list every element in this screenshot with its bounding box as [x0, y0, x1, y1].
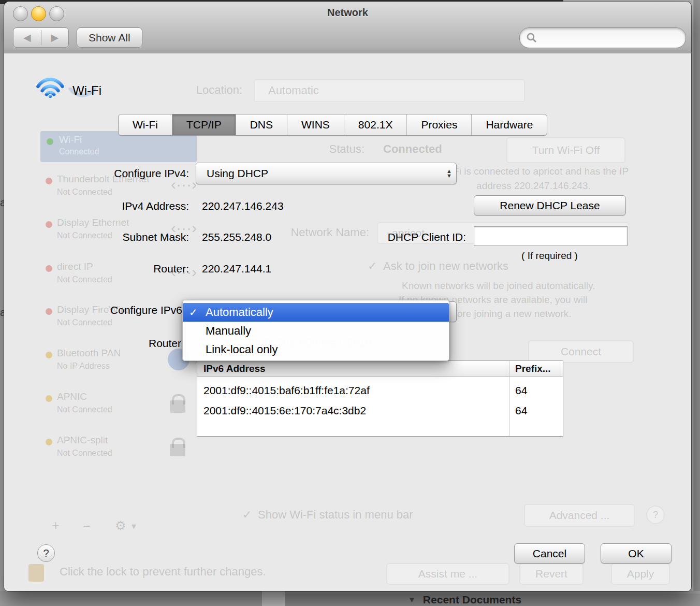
status-value: Connected [383, 142, 442, 156]
back-forward-control[interactable]: ◀ ▶ [13, 27, 69, 48]
ok-button[interactable]: OK [601, 543, 672, 564]
remove-interface-button: − [83, 518, 91, 535]
window-chrome: Network ◀ ▶ Show All [4, 2, 691, 53]
tab-dns[interactable]: DNS [236, 114, 287, 135]
background-window-sliver [262, 591, 285, 606]
show-all-button[interactable]: Show All [77, 27, 142, 48]
router-value: 220.247.144.1 [202, 263, 271, 275]
disclosure-triangle-icon: ▼ [408, 594, 416, 606]
gear-caret-icon: ▾ [132, 521, 136, 532]
location-popup: Automatic [254, 79, 525, 102]
ipv6-address-table: IPv6 Address Prefix... 2001:df9::4015:ba… [197, 360, 563, 437]
tab-wins[interactable]: WINS [287, 114, 344, 135]
recent-documents-bar: ▼ Recent Documents [285, 594, 700, 606]
configure-ipv4-label: Configure IPv4: [60, 167, 189, 180]
ipv4-address-label: IPv4 Address: [60, 200, 189, 212]
tab-proxies[interactable]: Proxies [407, 114, 472, 135]
sheet-content: Location: Automatic Wi-Fi Connected Thun… [4, 53, 691, 591]
sidebar-item-status: Not Connected [57, 449, 112, 458]
lock-icon [28, 564, 44, 582]
sidebar-item-status: Not Connected [57, 405, 112, 414]
stepper-icon: ▲▼ [446, 169, 452, 178]
window-title: Network [4, 7, 691, 19]
search-icon [526, 32, 537, 44]
sidebar-item-label: APNIC-split [57, 435, 108, 446]
sidebar-item-status: Connected [59, 147, 99, 156]
lock-icon [170, 400, 185, 413]
search-input[interactable] [519, 27, 686, 48]
help-button[interactable]: ? [37, 544, 55, 562]
location-value: Automatic [268, 84, 319, 97]
advanced-button: Advanced ... [524, 504, 635, 527]
sidebar-item-label: Display Ethernet [57, 217, 129, 228]
prefix-cell: 64 [515, 384, 527, 397]
tab-bar: Wi-Fi TCP/IP DNS WINS 802.1X Proxies Har… [118, 114, 547, 136]
screen: ▼ Recent Documents a a Network ◀ ▶ Show … [0, 0, 700, 606]
turn-wifi-off-button: Turn Wi-Fi Off [506, 137, 625, 163]
cancel-button[interactable]: Cancel [514, 543, 585, 564]
col-prefix[interactable]: Prefix... [515, 363, 551, 374]
tab-wifi[interactable]: Wi-Fi [119, 114, 172, 135]
gear-icon: ⚙ [115, 518, 126, 533]
configure-ipv6-menu: ✓ Automatically Manually Link-local only [182, 300, 449, 361]
table-row[interactable]: 2001:df9::4015:baf6:b1ff:fe1a:72af 64 [197, 381, 563, 400]
service-name-label: Wi-Fi [72, 83, 101, 98]
renew-dhcp-lease-button[interactable]: Renew DHCP Lease [474, 195, 626, 215]
sidebar-item-status: Not Connected [57, 275, 112, 284]
sidebar-item-wifi-selected: Wi-Fi Connected [40, 131, 197, 162]
prefix-cell: 64 [515, 405, 527, 417]
subnet-mask-label: Subnet Mask: [60, 231, 189, 243]
sidebar-item-label: Wi-Fi [59, 134, 82, 146]
col-ipv6-address[interactable]: IPv6 Address [203, 363, 266, 374]
forward-icon[interactable]: ▶ [41, 28, 69, 47]
dhcp-client-id-input[interactable] [474, 226, 628, 246]
if-required-note: ( If required ) [474, 250, 625, 262]
connect-button: Connect [528, 340, 634, 363]
ipv4-address-value: 220.247.146.243 [202, 200, 284, 212]
sidebar-item-status: Not Connected [57, 318, 112, 327]
checkmark-icon: ✓ [242, 508, 252, 522]
tab-hardware[interactable]: Hardware [472, 114, 547, 135]
status-label: Status: [329, 142, 364, 156]
back-icon[interactable]: ◀ [13, 28, 41, 47]
tab-8021x[interactable]: 802.1X [344, 114, 407, 135]
help-button-ghost: ? [646, 506, 665, 524]
location-label: Location: [196, 83, 242, 97]
subnet-mask-value: 255.255.248.0 [202, 231, 271, 243]
ipv6-address-cell: 2001:df9::4015:6e:170:7a4c:3db2 [203, 405, 366, 417]
sidebar-item-label: APNIC [57, 391, 87, 402]
dhcp-client-id-label: DHCP Client ID: [337, 231, 466, 243]
join-desc-line1: Known networks will be joined automatica… [402, 280, 595, 292]
router2-label: Router [52, 337, 181, 350]
checkmark-icon: ✓ [368, 259, 377, 273]
status-dot-green [47, 138, 53, 145]
add-interface-button: + [52, 517, 60, 533]
recent-documents-label: Recent Documents [423, 594, 521, 605]
checkmark-icon: ✓ [189, 306, 198, 319]
ipv6-address-cell: 2001:df9::4015:baf6:b1ff:fe1a:72af [203, 384, 370, 397]
tab-tcpip[interactable]: TCP/IP [172, 114, 236, 135]
menu-item-automatically[interactable]: ✓ Automatically [183, 303, 449, 322]
assist-me-button: Assist me ... [386, 563, 509, 585]
table-row[interactable]: 2001:df9::4015:6e:170:7a4c:3db2 64 [197, 401, 563, 421]
menu-item-link-local[interactable]: Link-local only [183, 340, 449, 359]
background-right-strip [692, 0, 700, 606]
apply-button: Apply [611, 563, 670, 585]
configure-ipv4-popup[interactable]: Using DHCP ▲▼ [196, 163, 457, 184]
sidebar-item-status: Not Connected [57, 187, 112, 197]
lock-icon [170, 444, 185, 456]
table-header: IPv6 Address Prefix... [197, 361, 563, 377]
network-preferences-window: Network ◀ ▶ Show All Location: Automatic [4, 2, 691, 591]
show-wifi-status-checkbox: Show Wi-Fi status in menu bar [258, 508, 413, 522]
configure-ipv4-value: Using DHCP [207, 167, 268, 180]
lock-hint-text: Click the lock to prevent further change… [60, 565, 266, 579]
router-label: Router: [60, 263, 189, 275]
revert-button: Revert [519, 563, 584, 585]
sidebar-item-status: No IP Address [57, 362, 110, 371]
configure-ipv6-label: Configure IPv6 [53, 304, 182, 316]
menu-item-manually[interactable]: Manually [183, 322, 449, 340]
